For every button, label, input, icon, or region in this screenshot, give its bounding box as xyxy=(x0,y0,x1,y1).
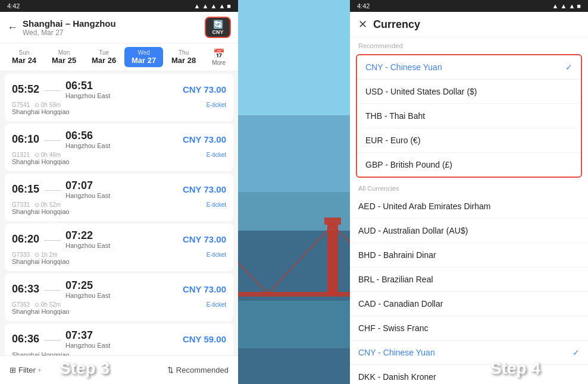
date-tue-dom: Mar 26 xyxy=(86,56,122,65)
currency-name: GBP - British Pound (£) xyxy=(365,160,452,169)
date-bar: Sun Mar 24 Mon Mar 25 Tue Mar 26 Wed Mar… xyxy=(0,43,238,71)
table-row[interactable]: 05:52 —— 06:51 Hangzhou East CNY 73.00 G… xyxy=(5,74,233,121)
left-header: ← Shanghai – Hangzhou Wed, Mar 27 🔄 CNY xyxy=(0,12,238,43)
sort-button[interactable]: ⇅ Recommended xyxy=(167,366,229,374)
sort-label: Recommended xyxy=(176,366,229,374)
date-wed-dow: Wed xyxy=(126,49,162,56)
right-panel: 4:42 ▲ ▲ ▲ ■ ✕ Currency Recommended CNY … xyxy=(350,0,588,384)
arrive-time: 07:25 xyxy=(65,279,93,291)
date-wed-dom: Mar 27 xyxy=(126,56,162,65)
close-button[interactable]: ✕ xyxy=(358,18,367,31)
filter-icon: ⊞ xyxy=(10,366,16,374)
right-time: 4:42 xyxy=(357,2,370,10)
sort-icon: ⇅ xyxy=(167,366,174,374)
list-item[interactable]: CNY - Chinese Yuan ✓ xyxy=(350,341,588,365)
list-item[interactable]: DKK - Danish Kroner xyxy=(350,365,588,384)
currency-name: THB - Thai Baht xyxy=(365,111,425,121)
date-mon[interactable]: Mon Mar 25 xyxy=(45,47,83,67)
depart-time: 06:20 xyxy=(12,233,39,245)
date-thu-dom: Mar 28 xyxy=(165,56,202,65)
table-row[interactable]: 06:20 —— 07:22 Hangzhou East CNY 73.00 G… xyxy=(5,224,233,271)
more-dates-button[interactable]: 📅 More xyxy=(204,48,233,66)
all-currencies-section: AED - United Arab Emirates Dirham AUD - … xyxy=(350,194,588,384)
depart-time: 05:52 xyxy=(12,83,39,96)
left-status-icons: ▲ ▲ ▲ ▲ ■ xyxy=(194,2,231,10)
arrive-time: 06:51 xyxy=(65,80,93,92)
list-item[interactable]: CAD - Canadian Dollar xyxy=(350,292,588,316)
destination: Hangzhou East xyxy=(65,342,110,349)
train-number: G7331 xyxy=(12,202,30,208)
currency-name: EUR - Euro (€) xyxy=(365,136,421,145)
currency-name: CAD - Canadian Dollar xyxy=(358,299,443,309)
more-label: More xyxy=(204,59,233,66)
origin-station: Shanghai Hongqiao xyxy=(12,351,226,355)
currency-name: CNY - Chinese Yuan xyxy=(365,62,442,72)
eticket-badge: E-ticket xyxy=(207,152,226,158)
checkmark-icon: ✓ xyxy=(565,62,573,72)
destination: Hangzhou East xyxy=(65,242,110,249)
right-status-bar: 4:42 ▲ ▲ ▲ ■ xyxy=(350,0,588,12)
list-item[interactable]: THB - Thai Baht xyxy=(357,104,581,128)
currency-button[interactable]: 🔄 CNY xyxy=(205,17,231,38)
train-number: G7363 xyxy=(12,301,30,308)
destination: Hangzhou East xyxy=(65,92,110,99)
duration: ⊙ 0h 59m xyxy=(35,102,61,108)
date-sun[interactable]: Sun Mar 24 xyxy=(5,47,43,67)
list-item[interactable]: EUR - Euro (€) xyxy=(357,128,581,153)
price: CNY 73.00 xyxy=(183,84,226,95)
step3-label: Step 3 xyxy=(60,359,110,378)
eticket-badge: E-ticket xyxy=(207,102,226,108)
origin-station: Shanghai Hongqiao xyxy=(12,108,226,115)
currency-code: CNY xyxy=(212,29,223,35)
route-date: Wed, Mar 27 xyxy=(23,29,200,37)
svg-line-8 xyxy=(268,225,333,294)
svg-rect-4 xyxy=(327,224,338,295)
list-item[interactable]: BRL - Brazilian Real xyxy=(350,267,588,292)
calendar-icon: 📅 xyxy=(204,48,233,59)
list-item[interactable]: CHF - Swiss Franc xyxy=(350,316,588,341)
back-button[interactable]: ← xyxy=(7,21,18,34)
table-row[interactable]: 06:36 —— 07:37 Hangzhou East CNY 59.00 S… xyxy=(5,323,233,355)
duration: ⊙ 0h 52m xyxy=(35,202,61,208)
date-tue[interactable]: Tue Mar 26 xyxy=(85,47,123,67)
train-number: G1321 xyxy=(12,152,30,158)
recommended-section: CNY - Chinese Yuan ✓ USD - United States… xyxy=(356,54,582,178)
step4-label: Step 4 xyxy=(490,359,540,378)
currency-name: USD - United States Dollar ($) xyxy=(365,87,477,96)
duration: ⊙ 0h 46m xyxy=(35,152,61,158)
list-item[interactable]: CNY - Chinese Yuan ✓ xyxy=(357,55,581,80)
route-title: Shanghai – Hangzhou xyxy=(23,18,200,29)
list-item[interactable]: USD - United States Dollar ($) xyxy=(357,80,581,104)
table-row[interactable]: 06:33 —— 07:25 Hangzhou East CNY 73.00 G… xyxy=(5,273,233,321)
currency-name: AUD - Australian Dollar (AU$) xyxy=(358,226,468,235)
origin-station: Shanghai Hongqiao xyxy=(12,208,226,215)
route-info: Shanghai – Hangzhou Wed, Mar 27 xyxy=(23,18,200,37)
list-item[interactable]: AED - United Arab Emirates Dirham xyxy=(350,194,588,219)
filter-badge: + xyxy=(38,367,41,373)
table-row[interactable]: 06:15 —— 07:07 Hangzhou East CNY 73.00 G… xyxy=(5,174,233,221)
eticket-badge: E-ticket xyxy=(207,202,226,208)
duration: ⊙ 0h 52m xyxy=(35,301,61,308)
all-currencies-label: All Currencies xyxy=(350,180,588,194)
currency-name: AED - United Arab Emirates Dirham xyxy=(358,202,491,211)
depart-time: 06:10 xyxy=(12,133,39,146)
train-number: G7541 xyxy=(12,102,30,108)
date-thu[interactable]: Thu Mar 28 xyxy=(164,47,203,67)
list-item[interactable]: BHD - Bahraini Dinar xyxy=(350,243,588,267)
right-status-icons: ▲ ▲ ▲ ■ xyxy=(552,2,581,10)
price: CNY 59.00 xyxy=(183,334,226,344)
price: CNY 73.00 xyxy=(183,284,226,294)
table-row[interactable]: 06:10 —— 06:56 Hangzhou East CNY 73.00 G… xyxy=(5,124,233,171)
date-thu-dow: Thu xyxy=(165,49,202,56)
currency-name: CHF - Swiss Franc xyxy=(358,323,428,333)
list-item[interactable]: AUD - Australian Dollar (AU$) xyxy=(350,219,588,243)
depart-time: 06:36 xyxy=(12,333,39,345)
currency-name: CNY - Chinese Yuan xyxy=(358,348,435,357)
filter-button[interactable]: ⊞ Filter + xyxy=(10,366,41,374)
date-wed[interactable]: Wed Mar 27 xyxy=(124,47,163,67)
currency-body: Recommended CNY - Chinese Yuan ✓ USD - U… xyxy=(350,37,588,384)
list-item[interactable]: GBP - British Pound (£) xyxy=(357,153,581,177)
origin-station: Shanghai Hongqiao xyxy=(12,258,226,265)
left-panel: 4:42 ▲ ▲ ▲ ▲ ■ ← Shanghai – Hangzhou Wed… xyxy=(0,0,238,384)
date-sun-dow: Sun xyxy=(6,49,42,56)
